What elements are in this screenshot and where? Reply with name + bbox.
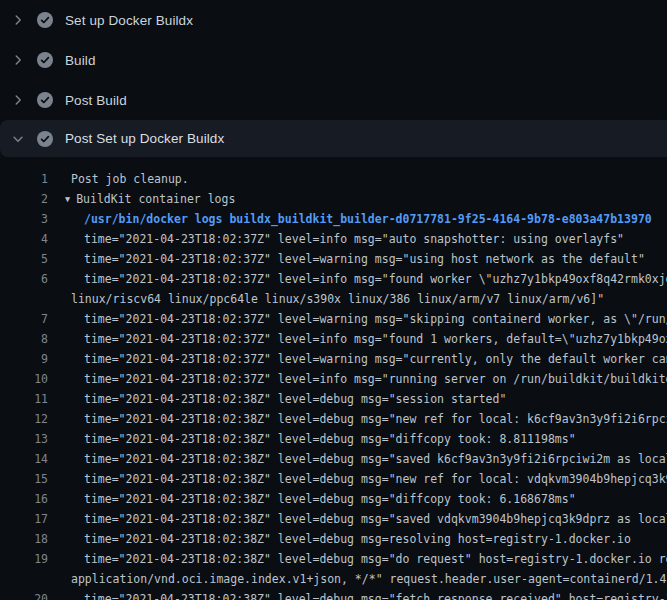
log-text: time="2021-04-23T18:02:38Z" level=debug …	[84, 389, 506, 409]
log-text: time="2021-04-23T18:02:38Z" level=debug …	[84, 509, 667, 529]
log-text: time="2021-04-23T18:02:38Z" level=debug …	[84, 589, 667, 600]
line-number[interactable]: 3	[0, 209, 48, 229]
log-text: time="2021-04-23T18:02:38Z" level=debug …	[84, 549, 667, 569]
log-row: 3 /usr/bin/docker logs buildx_buildkit_b…	[0, 209, 667, 229]
log-text: time="2021-04-23T18:02:37Z" level=warnin…	[84, 249, 645, 269]
log-row: 19 time="2021-04-23T18:02:38Z" level=deb…	[0, 549, 667, 569]
log-text: time="2021-04-23T18:02:38Z" level=debug …	[84, 489, 576, 509]
check-circle-icon	[37, 12, 53, 28]
log-row: application/vnd.oci.image.index.v1+json,…	[0, 569, 667, 589]
step-header-build[interactable]: Build	[0, 40, 667, 80]
log-row: 16 time="2021-04-23T18:02:38Z" level=deb…	[0, 489, 667, 509]
log-area: 1 Post job cleanup. 2 ▼BuildKit containe…	[0, 169, 667, 600]
line-number[interactable]: 19	[0, 549, 48, 569]
step-header-post-set-up-docker-buildx[interactable]: Post Set up Docker Buildx	[0, 120, 667, 157]
chevron-down-icon[interactable]	[10, 131, 26, 147]
log-text: time="2021-04-23T18:02:37Z" level=warnin…	[84, 349, 667, 369]
log-text: time="2021-04-23T18:02:37Z" level=info m…	[84, 229, 624, 249]
line-number[interactable]	[0, 569, 48, 589]
check-circle-icon	[37, 92, 53, 108]
log-text: time="2021-04-23T18:02:38Z" level=debug …	[84, 409, 667, 429]
log-row: 1 Post job cleanup.	[0, 169, 667, 189]
log-row: 18 time="2021-04-23T18:02:38Z" level=deb…	[0, 529, 667, 549]
line-number[interactable]: 10	[0, 369, 48, 389]
chevron-right-icon[interactable]	[10, 92, 26, 108]
log-row: 13 time="2021-04-23T18:02:38Z" level=deb…	[0, 429, 667, 449]
steps-list: Set up Docker Buildx Build Post Build	[0, 0, 667, 157]
log-row: 17 time="2021-04-23T18:02:38Z" level=deb…	[0, 509, 667, 529]
line-number[interactable]: 20	[0, 589, 48, 600]
log-row: 14 time="2021-04-23T18:02:38Z" level=deb…	[0, 449, 667, 469]
log-row: 10 time="2021-04-23T18:02:37Z" level=inf…	[0, 369, 667, 389]
log-text: time="2021-04-23T18:02:38Z" level=debug …	[84, 529, 631, 549]
chevron-right-icon[interactable]	[10, 52, 26, 68]
line-number[interactable]: 12	[0, 409, 48, 429]
line-number[interactable]: 1	[0, 169, 48, 189]
log-row: 7 time="2021-04-23T18:02:37Z" level=warn…	[0, 309, 667, 329]
log-text: time="2021-04-23T18:02:37Z" level=info m…	[84, 369, 667, 389]
log-text: time="2021-04-23T18:02:37Z" level=info m…	[84, 329, 667, 349]
line-number[interactable]: 2	[0, 189, 48, 209]
log-text: application/vnd.oci.image.index.v1+json,…	[71, 569, 667, 589]
chevron-right-icon[interactable]	[10, 12, 26, 28]
line-number[interactable]: 15	[0, 469, 48, 489]
check-circle-icon	[37, 131, 53, 147]
log-text: time="2021-04-23T18:02:37Z" level=warnin…	[84, 309, 667, 329]
line-number[interactable]: 13	[0, 429, 48, 449]
log-text: time="2021-04-23T18:02:38Z" level=debug …	[84, 429, 576, 449]
log-row: 20 time="2021-04-23T18:02:38Z" level=deb…	[0, 589, 667, 600]
line-number[interactable]	[0, 289, 48, 309]
step-title: Post Set up Docker Buildx	[65, 131, 224, 146]
log-row: 9 time="2021-04-23T18:02:37Z" level=warn…	[0, 349, 667, 369]
actions-log-viewer: Set up Docker Buildx Build Post Build	[0, 0, 667, 600]
log-row: 4 time="2021-04-23T18:02:37Z" level=info…	[0, 229, 667, 249]
log-text: time="2021-04-23T18:02:38Z" level=debug …	[84, 449, 667, 469]
log-text: linux/riscv64 linux/ppc64le linux/s390x …	[71, 289, 604, 309]
log-row: 8 time="2021-04-23T18:02:37Z" level=info…	[0, 329, 667, 349]
line-number[interactable]: 8	[0, 329, 48, 349]
line-number[interactable]: 4	[0, 229, 48, 249]
line-number[interactable]: 18	[0, 529, 48, 549]
log-text: /usr/bin/docker logs buildx_buildkit_bui…	[84, 209, 652, 229]
log-text: BuildKit container logs	[76, 189, 235, 209]
log-text: Post job cleanup.	[71, 169, 189, 189]
step-title: Post Build	[65, 93, 127, 108]
check-circle-icon	[37, 52, 53, 68]
line-number[interactable]: 6	[0, 269, 48, 289]
line-number[interactable]: 11	[0, 389, 48, 409]
log-row: linux/riscv64 linux/ppc64le linux/s390x …	[0, 289, 667, 309]
log-text: time="2021-04-23T18:02:37Z" level=info m…	[84, 269, 667, 289]
step-title: Build	[65, 53, 96, 68]
line-number[interactable]: 7	[0, 309, 48, 329]
step-header-post-build[interactable]: Post Build	[0, 80, 667, 120]
log-row: 15 time="2021-04-23T18:02:38Z" level=deb…	[0, 469, 667, 489]
log-row: 12 time="2021-04-23T18:02:38Z" level=deb…	[0, 409, 667, 429]
group-toggle-icon[interactable]: ▼	[65, 189, 70, 209]
line-number[interactable]: 5	[0, 249, 48, 269]
log-row: 6 time="2021-04-23T18:02:37Z" level=info…	[0, 269, 667, 289]
log-row: 11 time="2021-04-23T18:02:38Z" level=deb…	[0, 389, 667, 409]
step-title: Set up Docker Buildx	[65, 13, 193, 28]
step-header-set-up-docker-buildx[interactable]: Set up Docker Buildx	[0, 0, 667, 40]
log-row: 5 time="2021-04-23T18:02:37Z" level=warn…	[0, 249, 667, 269]
line-number[interactable]: 14	[0, 449, 48, 469]
log-text: time="2021-04-23T18:02:38Z" level=debug …	[84, 469, 667, 489]
line-number[interactable]: 9	[0, 349, 48, 369]
line-number[interactable]: 16	[0, 489, 48, 509]
log-row: 2 ▼BuildKit container logs	[0, 189, 667, 209]
line-number[interactable]: 17	[0, 509, 48, 529]
